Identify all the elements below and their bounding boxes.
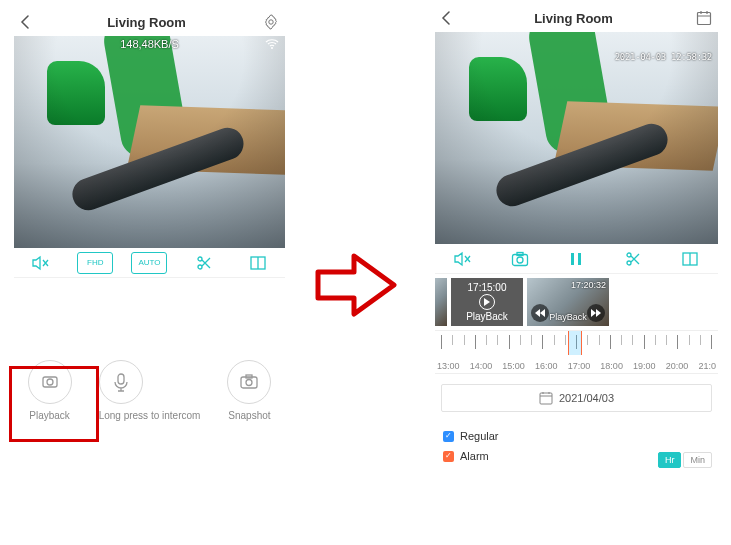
svg-rect-11 xyxy=(698,13,711,25)
settings-button[interactable] xyxy=(263,14,279,30)
back-button[interactable] xyxy=(441,11,451,25)
timeline-scrubber[interactable] xyxy=(568,331,582,355)
zoom-min[interactable]: Min xyxy=(683,452,712,468)
camera-icon xyxy=(239,372,259,392)
scissors-icon xyxy=(625,251,641,267)
clip-partial[interactable] xyxy=(435,278,447,326)
wifi-icon xyxy=(265,38,279,50)
legend-alarm-label: Alarm xyxy=(460,450,489,462)
video-frame xyxy=(435,32,718,244)
svg-point-3 xyxy=(198,265,202,269)
live-video[interactable]: 148,48KB/S xyxy=(14,36,285,248)
microphone-icon xyxy=(111,372,131,392)
forward-icon xyxy=(591,309,601,317)
date-picker[interactable]: 2021/04/03 xyxy=(441,384,712,412)
clip-label: PlayBack xyxy=(549,312,587,322)
zoom-hr[interactable]: Hr xyxy=(658,452,682,468)
speaker-mute-icon xyxy=(454,251,472,267)
date-value: 2021/04/03 xyxy=(559,392,614,404)
live-header: Living Room xyxy=(14,8,285,36)
checkbox-regular[interactable] xyxy=(443,431,454,442)
checkbox-alarm[interactable] xyxy=(443,451,454,462)
svg-rect-16 xyxy=(578,253,581,265)
clip-strip[interactable]: 17:15:00 PlayBack 17:20:32 PlayBack xyxy=(435,274,718,330)
back-button[interactable] xyxy=(20,15,30,29)
calendar-button[interactable] xyxy=(696,10,712,26)
playback-toolbar xyxy=(435,244,718,274)
page-title: Living Room xyxy=(107,15,186,30)
svg-point-17 xyxy=(627,253,631,257)
svg-point-18 xyxy=(627,261,631,265)
highlight-box xyxy=(9,366,99,442)
snapshot-action[interactable]: Snapshot xyxy=(227,360,271,421)
gear-icon xyxy=(263,14,279,30)
transition-arrow xyxy=(314,246,402,324)
seek-fwd-button[interactable] xyxy=(587,304,605,322)
rewind-icon xyxy=(535,309,545,317)
mute-button[interactable] xyxy=(445,248,481,270)
fullscreen-icon xyxy=(682,251,698,267)
intercom-action[interactable]: Long press to intercom xyxy=(99,360,201,421)
video-frame xyxy=(14,36,285,248)
timeline-zoom: Hr Min xyxy=(658,452,712,468)
scissors-icon xyxy=(196,255,212,271)
fullscreen-icon xyxy=(250,255,266,271)
legend-regular-label: Regular xyxy=(460,430,499,442)
snapshot-label: Snapshot xyxy=(227,410,271,421)
live-toolbar: FHD AUTO xyxy=(14,248,285,278)
cut-button[interactable] xyxy=(615,248,651,270)
play-icon xyxy=(479,294,495,310)
mute-button[interactable] xyxy=(23,252,59,274)
svg-point-1 xyxy=(271,47,273,49)
legend-regular[interactable]: Regular xyxy=(443,426,710,446)
playback-video[interactable]: 2021-04-03 12:58:32 xyxy=(435,32,718,244)
auto-button[interactable]: AUTO xyxy=(131,252,167,274)
timeline[interactable]: 13:00 14:00 15:00 16:00 17:00 18:00 19:0… xyxy=(435,330,718,374)
svg-point-9 xyxy=(246,380,252,386)
clip-thumbnail[interactable]: 17:20:32 PlayBack xyxy=(527,278,609,326)
svg-point-13 xyxy=(517,257,523,263)
calendar-icon xyxy=(539,391,553,405)
cut-button[interactable] xyxy=(186,252,222,274)
fhd-button[interactable]: FHD xyxy=(77,252,113,274)
pause-button[interactable] xyxy=(558,248,594,270)
playback-screen: Living Room 2021-04-03 12:58:32 xyxy=(435,4,718,542)
speaker-mute-icon xyxy=(32,255,50,271)
camera-icon xyxy=(511,251,529,267)
svg-rect-20 xyxy=(540,393,552,404)
fullscreen-button[interactable] xyxy=(240,252,276,274)
clip-time: 17:20:32 xyxy=(571,280,606,290)
playback-header: Living Room xyxy=(435,4,718,32)
svg-point-0 xyxy=(269,20,273,24)
clip-time: 17:15:00 xyxy=(468,282,507,293)
svg-rect-15 xyxy=(571,253,574,265)
clip-selected[interactable]: 17:15:00 PlayBack xyxy=(451,278,523,326)
calendar-icon xyxy=(696,10,712,26)
intercom-circle xyxy=(99,360,143,404)
timestamp-overlay: 2021-04-03 12:58:32 xyxy=(615,52,712,62)
svg-rect-7 xyxy=(118,374,124,384)
intercom-label: Long press to intercom xyxy=(99,410,201,421)
snapshot-circle xyxy=(227,360,271,404)
timeline-labels: 13:00 14:00 15:00 16:00 17:00 18:00 19:0… xyxy=(435,361,718,371)
bitrate-indicator: 148,48KB/S xyxy=(120,38,179,50)
svg-point-2 xyxy=(198,257,202,261)
snapshot-button[interactable] xyxy=(502,248,538,270)
pause-icon xyxy=(569,251,583,267)
seek-back-button[interactable] xyxy=(531,304,549,322)
page-title: Living Room xyxy=(534,11,613,26)
clip-label: PlayBack xyxy=(466,311,508,322)
fullscreen-button[interactable] xyxy=(672,248,708,270)
